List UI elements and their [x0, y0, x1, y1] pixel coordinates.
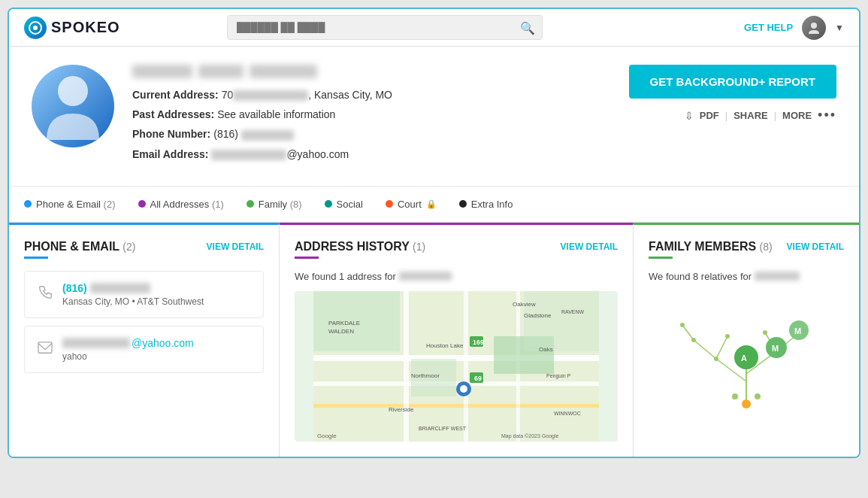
- svg-line-43: [682, 325, 694, 340]
- tab-extra-info-label: Extra Info: [471, 199, 513, 210]
- pdf-link[interactable]: PDF: [700, 110, 719, 121]
- svg-rect-4: [38, 342, 52, 353]
- svg-rect-9: [404, 291, 409, 442]
- svg-rect-8: [313, 404, 599, 408]
- svg-text:M: M: [794, 326, 801, 336]
- phone-number: (816): [62, 282, 204, 294]
- svg-point-48: [763, 330, 767, 335]
- search-input[interactable]: [227, 15, 543, 40]
- tab-dot-purple: [138, 200, 146, 208]
- phone-email-panel: PHONE & EMAIL (2) VIEW DETAIL (816): [9, 223, 280, 457]
- get-help-link[interactable]: GET HELP: [744, 22, 793, 33]
- phone-info: (816) Kansas City, MO • AT&T Southwest: [62, 282, 204, 307]
- svg-text:PARKDALE: PARKDALE: [328, 320, 360, 326]
- svg-text:Map data ©2023 Google: Map data ©2023 Google: [501, 433, 558, 439]
- email-provider: yahoo: [62, 351, 194, 362]
- share-link[interactable]: SHARE: [733, 110, 768, 121]
- email-label: Email Address:: [132, 148, 208, 160]
- logo[interactable]: SPOKEO: [24, 17, 120, 39]
- divider-2: |: [774, 110, 776, 121]
- tab-social[interactable]: Social: [325, 188, 363, 220]
- tab-extra-info[interactable]: Extra Info: [459, 188, 513, 220]
- past-addresses-label: Past Addresses:: [132, 108, 214, 120]
- nav-tabs: Phone & Email (2) All Addresses (1) Fami…: [9, 187, 859, 223]
- tab-court-label: Court: [398, 199, 422, 210]
- email-card: @yahoo.com yahoo: [24, 326, 264, 373]
- tab-family[interactable]: Family (8): [246, 188, 302, 220]
- header-right: GET HELP ▼: [744, 16, 844, 40]
- phone-meta: Kansas City, MO • AT&T Southwest: [62, 296, 204, 307]
- svg-text:WALDEN: WALDEN: [328, 328, 354, 335]
- tab-dot-green: [246, 200, 254, 208]
- phone-value: (816): [213, 128, 294, 140]
- more-dots-icon: •••: [818, 108, 836, 123]
- svg-point-33: [460, 385, 467, 393]
- tab-all-addresses-label: All Addresses (1): [150, 199, 224, 210]
- svg-text:Riverside: Riverside: [389, 406, 414, 413]
- email-blur: [62, 338, 130, 348]
- email-value: @yahoo.com: [211, 148, 349, 160]
- svg-text:Oakview: Oakview: [513, 301, 536, 308]
- email-address: @yahoo.com: [62, 337, 194, 349]
- svg-rect-10: [464, 291, 468, 442]
- phone-email-view-detail[interactable]: VIEW DETAIL: [207, 241, 264, 252]
- svg-point-46: [714, 357, 718, 361]
- current-address-row: Current Address: 70, Kansas City, MO: [132, 89, 611, 101]
- phone-icon: [37, 284, 53, 305]
- logo-text: SPOKEO: [51, 19, 120, 36]
- map-container: PARKDALE WALDEN Houston Lake Northmoor R…: [295, 291, 618, 442]
- tab-social-label: Social: [337, 199, 363, 210]
- family-found-text: We found 8 relatives for: [649, 271, 844, 282]
- svg-text:Northmoor: Northmoor: [411, 372, 440, 379]
- tab-court[interactable]: Court 🔒: [386, 188, 437, 220]
- name-blur-3: [250, 65, 317, 78]
- avatar[interactable]: [802, 16, 826, 40]
- svg-text:169: 169: [473, 339, 484, 346]
- family-divider: [649, 257, 673, 259]
- tab-phone-email-label: Phone & Email (2): [36, 199, 116, 210]
- app-container: SPOKEO 🔍 GET HELP ▼: [8, 8, 860, 458]
- phone-email-header: PHONE & EMAIL (2) VIEW DETAIL: [24, 240, 264, 254]
- svg-rect-15: [524, 291, 599, 351]
- action-links: ⇩ PDF | SHARE | MORE •••: [685, 108, 836, 123]
- profile-avatar: [32, 65, 114, 147]
- get-report-button[interactable]: GET BACKGROUND+ REPORT: [629, 65, 836, 99]
- svg-point-58: [732, 393, 738, 399]
- svg-point-3: [58, 76, 88, 106]
- past-addresses-row: Past Addresses: See available informatio…: [132, 108, 611, 120]
- svg-text:Oaks: Oaks: [539, 346, 553, 353]
- svg-text:WINNWOC: WINNWOC: [554, 411, 581, 416]
- profile-section: Current Address: 70, Kansas City, MO Pas…: [9, 47, 859, 187]
- address-panel: ADDRESS HISTORY (1) VIEW DETAIL We found…: [280, 223, 634, 457]
- address-found-text: We found 1 address for: [295, 271, 618, 282]
- address-header: ADDRESS HISTORY (1) VIEW DETAIL: [295, 240, 618, 254]
- phone-email-title: PHONE & EMAIL (2): [24, 240, 135, 254]
- svg-text:M: M: [772, 344, 779, 353]
- svg-point-50: [680, 323, 685, 327]
- svg-line-39: [694, 340, 716, 359]
- chevron-down-icon[interactable]: ▼: [835, 23, 844, 33]
- current-address-label: Current Address:: [132, 89, 219, 101]
- family-name-blur: [755, 272, 800, 281]
- phone-card: (816) Kansas City, MO • AT&T Southwest: [24, 271, 264, 318]
- svg-point-1: [33, 26, 38, 30]
- header: SPOKEO 🔍 GET HELP ▼: [9, 9, 859, 47]
- profile-info: Current Address: 70, Kansas City, MO Pas…: [132, 65, 611, 168]
- address-view-detail[interactable]: VIEW DETAIL: [561, 241, 618, 252]
- name-blur-1: [132, 65, 192, 78]
- profile-name: [132, 65, 611, 78]
- more-link[interactable]: MORE: [782, 110, 812, 121]
- svg-text:69: 69: [474, 375, 482, 382]
- family-header: FAMILY MEMBERS (8) VIEW DETAIL: [649, 240, 844, 254]
- tab-phone-email[interactable]: Phone & Email (2): [24, 188, 116, 220]
- family-view-detail[interactable]: VIEW DETAIL: [787, 241, 844, 252]
- svg-point-59: [755, 393, 761, 399]
- search-bar: 🔍: [227, 15, 543, 40]
- tab-all-addresses[interactable]: All Addresses (1): [138, 188, 224, 220]
- svg-point-57: [742, 399, 751, 408]
- family-title: FAMILY MEMBERS (8): [649, 240, 773, 254]
- svg-text:BRIARCLIFF WEST: BRIARCLIFF WEST: [419, 426, 467, 431]
- tab-dot-blue: [24, 200, 32, 208]
- logo-icon: [24, 17, 47, 39]
- svg-line-40: [716, 336, 727, 359]
